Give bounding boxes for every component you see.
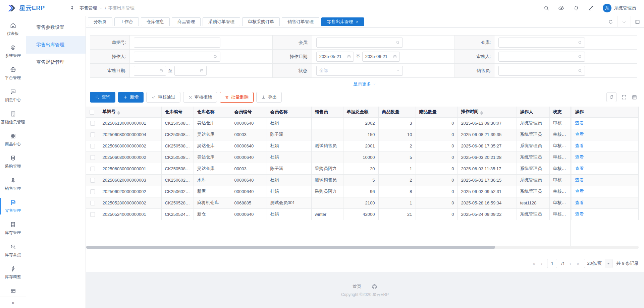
sidebar-item-base-info[interactable]: 基础信息管理 — [0, 107, 26, 129]
refresh-tabs-icon[interactable] — [604, 16, 617, 27]
column-header: 状态 — [549, 107, 572, 117]
breadcrumb-page: 零售出库管理 — [108, 5, 135, 11]
tab-6[interactable]: 销售订单管理 — [282, 17, 319, 26]
bill-no-input[interactable] — [134, 38, 220, 48]
user-menu[interactable]: 系 系统管理员 — [603, 4, 636, 12]
last-page-button[interactable]: » — [576, 261, 580, 266]
table-cell: CK25050800... — [161, 129, 194, 140]
row-checkbox[interactable] — [90, 212, 95, 217]
op-date-to-input[interactable] — [362, 52, 400, 62]
next-page-button[interactable]: › — [569, 261, 572, 266]
search-icon[interactable] — [543, 5, 549, 11]
table-cell: 00000640 — [231, 174, 267, 186]
query-button[interactable]: 查询 — [90, 92, 115, 103]
show-more-link[interactable]: 显示更多 — [354, 81, 377, 87]
submenu-item-retail-return[interactable]: 零售退货管理 — [26, 54, 86, 71]
column-settings-icon[interactable] — [632, 95, 637, 100]
page-number-input[interactable]: 1 — [547, 259, 557, 268]
tab-3[interactable]: 商品管理 — [172, 17, 201, 26]
sidebar-item-stock-check[interactable]: 库存盘点 — [0, 239, 26, 261]
row-checkbox[interactable] — [90, 189, 95, 194]
sidebar-item-message-center[interactable]: 消息中心 — [0, 84, 26, 107]
prev-page-button[interactable]: ‹ — [540, 261, 543, 266]
tab-1[interactable]: 工作台 — [114, 17, 139, 26]
sidebar-item-label: 采购管理 — [5, 164, 21, 169]
sidebar-item-retail[interactable]: 零售管理 — [0, 195, 26, 217]
status-select[interactable]: 全部 — [316, 66, 403, 76]
view-link[interactable]: 查看 — [575, 177, 584, 182]
tab-close-icon[interactable]: × — [356, 19, 358, 24]
refresh-table-icon[interactable] — [606, 92, 616, 102]
submenu-item-retail-outbound[interactable]: 零售出库管理 — [26, 36, 86, 54]
row-checkbox[interactable] — [90, 178, 95, 183]
sidebar-item-purchase[interactable]: 采购管理 — [0, 151, 26, 173]
column-header: 商品数量 — [378, 107, 416, 117]
column-header[interactable]: 单据号 — [99, 107, 161, 117]
tab-4[interactable]: 采购订单管理 — [203, 17, 240, 26]
member-input[interactable] — [316, 38, 403, 48]
tab-0[interactable]: 分析页 — [88, 17, 112, 26]
sidebar-item-stock[interactable]: 库存管理 — [0, 217, 26, 239]
export-button[interactable]: 导出 — [256, 92, 282, 103]
sidebar-collapse-button[interactable]: « — [0, 297, 26, 308]
tab-2[interactable]: 仓库信息 — [141, 17, 170, 26]
bell-icon[interactable] — [573, 5, 579, 11]
view-link[interactable]: 查看 — [575, 155, 584, 160]
query-button-label: 查询 — [102, 94, 110, 100]
view-link[interactable]: 查看 — [575, 189, 584, 194]
sidebar-item-stock-adjust[interactable]: 库存调整 — [0, 261, 26, 284]
approve-button[interactable]: 审核通过 — [146, 92, 180, 103]
row-checkbox[interactable] — [90, 155, 95, 160]
view-link[interactable]: 查看 — [575, 132, 584, 137]
view-link[interactable]: 查看 — [575, 211, 584, 217]
sidebar-item-dashboard[interactable]: 仪表板 — [0, 18, 26, 40]
scrollbar-thumb[interactable] — [86, 246, 495, 249]
layout-toggle-icon[interactable] — [631, 16, 644, 27]
op-date-label: 操作日期: — [273, 50, 312, 64]
footer-home-link[interactable]: 首页 — [353, 284, 362, 290]
add-button[interactable]: 新增 — [118, 92, 144, 103]
fullscreen-table-icon[interactable] — [621, 95, 627, 100]
tab-5[interactable]: 审核采购订单 — [242, 17, 280, 26]
row-checkbox[interactable] — [90, 167, 95, 171]
submenu-item-retail-params[interactable]: 零售参数设置 — [26, 19, 86, 36]
tab-7[interactable]: 零售出库管理× — [321, 17, 364, 26]
audit-date-from-input[interactable] — [134, 66, 166, 76]
sidebar-item-system[interactable]: 系统管理 — [0, 40, 26, 62]
chevron-down-icon — [372, 82, 377, 86]
auditor-input[interactable] — [498, 52, 585, 62]
column-header[interactable]: 操作时间 — [458, 107, 517, 117]
view-link[interactable]: 查看 — [575, 166, 584, 171]
reject-button[interactable]: 审核拒绝 — [183, 92, 217, 103]
salesperson-input[interactable] — [498, 66, 585, 76]
tab-menu-chevron-icon[interactable] — [617, 16, 631, 27]
row-checkbox[interactable] — [90, 132, 95, 137]
sort-caret-icon — [117, 111, 120, 115]
sidebar-item-platform[interactable]: 平台管理 — [0, 62, 26, 84]
select-all-checkbox[interactable] — [90, 110, 94, 115]
page-size-select[interactable]: 20条/页 — [584, 259, 612, 268]
github-icon[interactable] — [372, 284, 377, 290]
batch-delete-button[interactable]: 批量删除 — [220, 92, 254, 103]
sidebar-item-sales[interactable]: 销售管理 — [0, 173, 26, 195]
table-cell: 2025-06-08 21:39:35 — [458, 129, 517, 140]
sidebar-item-settlement[interactable]: 结算管理 — [0, 284, 26, 297]
page-size-value: 20条/页 — [584, 260, 604, 266]
view-link[interactable]: 查看 — [575, 200, 584, 205]
cloud-download-icon[interactable] — [558, 5, 565, 11]
breadcrumb-menu[interactable]: 零售管理 — [79, 5, 97, 11]
sidebar-item-goods-center[interactable]: 商品中心 — [0, 129, 26, 151]
view-link[interactable]: 查看 — [575, 120, 584, 125]
row-checkbox[interactable] — [90, 121, 95, 126]
row-checkbox[interactable] — [90, 144, 95, 148]
pin-icon[interactable] — [69, 5, 75, 11]
op-date-from-input[interactable] — [316, 52, 354, 62]
operator-input[interactable] — [134, 52, 220, 62]
first-page-button[interactable]: « — [532, 261, 536, 266]
fullscreen-icon[interactable] — [588, 5, 594, 11]
audit-date-to-input[interactable] — [174, 66, 207, 76]
warehouse-input[interactable] — [498, 38, 585, 48]
row-checkbox[interactable] — [90, 201, 95, 205]
view-link[interactable]: 查看 — [575, 143, 584, 148]
table-cell — [311, 151, 343, 163]
